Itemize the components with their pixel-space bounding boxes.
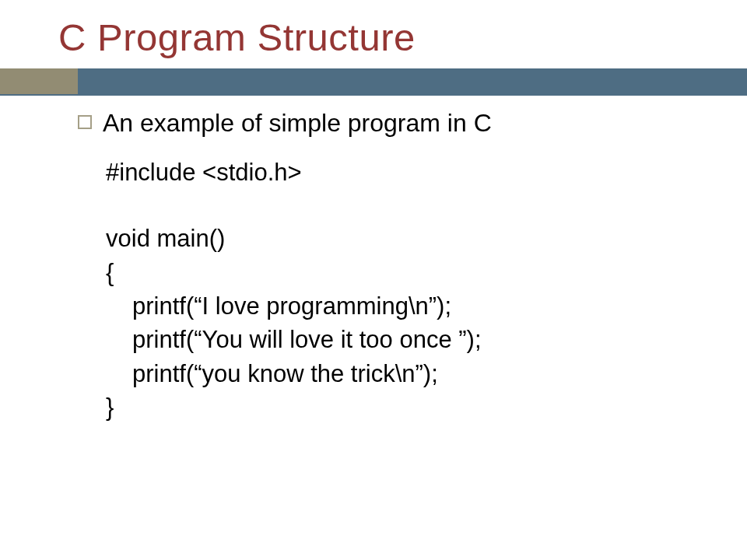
blank-line xyxy=(106,189,700,222)
bullet-text: An example of simple program in C xyxy=(103,107,492,138)
slide: C Program Structure An example of simple… xyxy=(0,0,747,560)
code-line: printf(“you know the trick\n”); xyxy=(106,357,700,390)
bullet-item: An example of simple program in C xyxy=(78,107,700,138)
code-line: printf(“You will love it too once ”); xyxy=(106,323,700,356)
bullet-icon xyxy=(78,115,92,129)
code-line: printf(“I love programming\n”); xyxy=(106,289,700,323)
bar-fill xyxy=(78,70,747,94)
bar-bottom-line xyxy=(0,94,747,96)
code-block: #include <stdio.h> void main() { printf(… xyxy=(106,156,700,425)
decorative-bar xyxy=(0,68,747,96)
code-line: } xyxy=(106,390,700,424)
content-area: An example of simple program in C #inclu… xyxy=(78,107,700,425)
bar-accent xyxy=(0,68,78,96)
code-line: void main() xyxy=(106,222,700,255)
slide-title: C Program Structure xyxy=(58,16,416,59)
code-line: { xyxy=(106,256,700,289)
code-line: #include <stdio.h> xyxy=(106,156,700,189)
